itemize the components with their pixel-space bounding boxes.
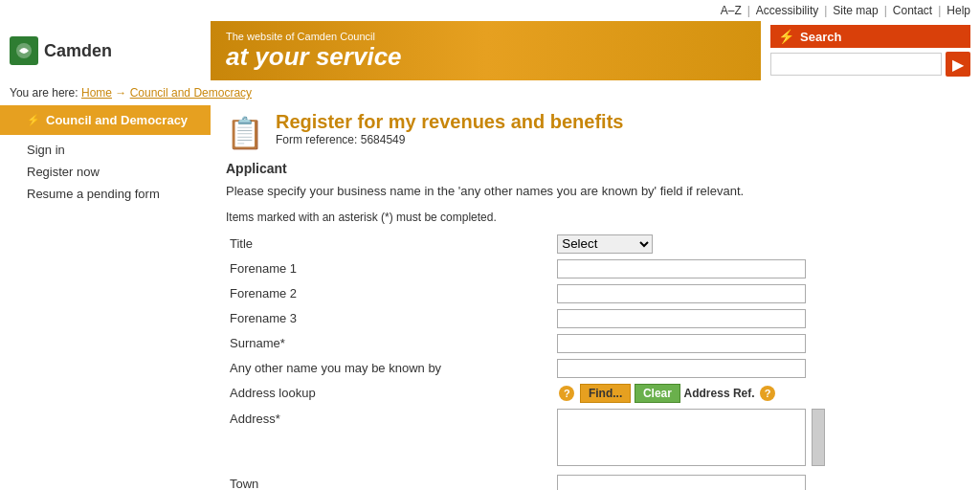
sep2: | (824, 4, 827, 17)
search-bar-label: Search (800, 30, 841, 44)
table-row: Surname* (226, 331, 965, 356)
search-area: ⚡ Search ▶ (761, 21, 980, 80)
forename3-input[interactable] (557, 309, 806, 328)
section-title: Applicant (226, 161, 965, 176)
table-row: Forename 1 (226, 256, 965, 281)
sep1: | (747, 4, 750, 17)
nav-sitemap[interactable]: Site map (833, 4, 878, 17)
forename2-input-cell (553, 281, 965, 306)
forename1-input[interactable] (557, 259, 806, 278)
nav-accessibility[interactable]: Accessibility (756, 4, 818, 17)
forename2-input[interactable] (557, 284, 806, 303)
header: Camden The website of Camden Council at … (0, 21, 980, 80)
search-go-button[interactable]: ▶ (946, 52, 970, 77)
forename1-input-cell (553, 256, 965, 281)
sidebar-header: ⚡ Council and Democracy (0, 105, 211, 135)
town-label: Town (226, 472, 553, 491)
table-row: Forename 2 (226, 281, 965, 306)
town-input[interactable] (557, 475, 806, 491)
forename3-label: Forename 3 (226, 306, 553, 331)
banner: The website of Camden Council at your se… (211, 21, 761, 80)
business-name-notice: Please specify your business name in the… (226, 182, 965, 201)
applicant-section: Applicant Please specify your business n… (226, 161, 965, 490)
title-select[interactable]: Select Mr Mrs Miss Ms Dr (557, 234, 653, 254)
logo-area: Camden (0, 21, 211, 80)
form-ref-value: 5684549 (361, 133, 406, 146)
address-lookup-help-icon[interactable]: ? (559, 386, 574, 401)
sep4: | (938, 4, 941, 17)
nav-az[interactable]: A–Z (721, 4, 742, 17)
surname-input[interactable] (557, 334, 806, 353)
forename2-label: Forename 2 (226, 281, 553, 306)
breadcrumb-arrow: → (115, 86, 129, 100)
form-reference: Form reference: 5684549 (276, 133, 623, 146)
address-lookup-controls: ? Find... Clear Address Ref. ? (553, 381, 965, 406)
table-row: Any other name you may be known by (226, 356, 965, 381)
sep3: | (884, 4, 887, 17)
form-header: 📋 Register for my revenues and benefits … (226, 111, 965, 151)
form-icon: 📋 (226, 115, 264, 151)
main-content: ⚡ Council and Democracy Sign in Register… (0, 105, 980, 490)
breadcrumb-prefix: You are here: (10, 86, 78, 100)
form-ref-label: Form reference: (276, 133, 357, 146)
title-input-cell: Select Mr Mrs Miss Ms Dr (553, 232, 965, 256)
address-lookup-row: Address lookup ? Find... Clear Address R… (226, 381, 965, 406)
other-name-input-cell (553, 356, 965, 381)
address-lookup-label: Address lookup (226, 381, 553, 406)
nav-contact[interactable]: Contact (893, 4, 932, 17)
address-ref-help-icon[interactable]: ? (760, 386, 775, 401)
surname-label: Surname* (226, 331, 553, 356)
table-row: Town (226, 472, 965, 491)
sidebar-link-resume[interactable]: Resume a pending form (0, 183, 211, 205)
other-name-label: Any other name you may be known by (226, 356, 553, 381)
logo-text: Camden (44, 41, 112, 61)
forename1-label: Forename 1 (226, 256, 553, 281)
scrollbar[interactable] (812, 409, 825, 466)
sidebar-item-register[interactable]: Register now (0, 161, 211, 183)
sidebar-link-signin[interactable]: Sign in (0, 139, 211, 161)
forename3-input-cell (553, 306, 965, 331)
search-icon: ⚡ (778, 29, 794, 44)
address-textarea[interactable] (557, 409, 806, 466)
sidebar-menu: Sign in Register now Resume a pending fo… (0, 135, 211, 209)
search-input-row: ▶ (770, 52, 970, 77)
search-bar: ⚡ Search (770, 25, 970, 48)
find-address-button[interactable]: Find... (580, 384, 631, 403)
breadcrumb: You are here: Home → Council and Democra… (0, 80, 980, 105)
sidebar-item-resume[interactable]: Resume a pending form (0, 183, 211, 205)
search-go-icon: ▶ (952, 56, 964, 74)
search-input[interactable] (770, 53, 942, 76)
surname-input-cell (553, 331, 965, 356)
banner-subtitle: The website of Camden Council (226, 31, 746, 42)
sidebar-link-register[interactable]: Register now (0, 161, 211, 183)
other-name-input[interactable] (557, 359, 806, 378)
town-input-cell (553, 472, 965, 491)
sidebar: ⚡ Council and Democracy Sign in Register… (0, 105, 211, 490)
table-row: Forename 3 (226, 306, 965, 331)
address-label: Address* (226, 406, 553, 472)
nav-help[interactable]: Help (947, 4, 970, 17)
top-navigation: A–Z | Accessibility | Site map | Contact… (0, 0, 980, 21)
sidebar-item-signin[interactable]: Sign in (0, 139, 211, 161)
sidebar-header-label: Council and Democracy (46, 113, 188, 127)
banner-title: at your service (226, 42, 746, 72)
form-title: Register for my revenues and benefits (276, 111, 623, 133)
sidebar-header-icon: ⚡ (27, 114, 40, 126)
table-row: Title Select Mr Mrs Miss Ms Dr (226, 232, 965, 256)
form-title-area: Register for my revenues and benefits Fo… (276, 111, 623, 146)
fields-table: Title Select Mr Mrs Miss Ms Dr (226, 232, 965, 491)
address-row: Address* (226, 406, 965, 472)
asterisk-notice: Items marked with an asterisk (*) must b… (226, 211, 965, 224)
address-ref-label: Address Ref. (684, 387, 755, 400)
camden-logo-icon (10, 36, 38, 65)
clear-address-button[interactable]: Clear (635, 384, 680, 403)
address-textarea-cell (553, 406, 965, 472)
breadcrumb-home[interactable]: Home (81, 86, 112, 100)
content-area: 📋 Register for my revenues and benefits … (211, 105, 980, 490)
title-label: Title (226, 232, 553, 256)
breadcrumb-current[interactable]: Council and Democracy (130, 86, 252, 100)
